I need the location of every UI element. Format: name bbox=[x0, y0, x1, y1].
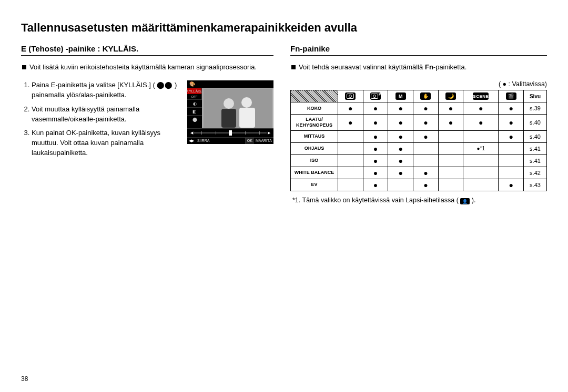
lcd-side-icon-1: ◐ bbox=[187, 99, 202, 107]
dis-mode-icon: ✋ bbox=[420, 92, 431, 100]
page-number: 38 bbox=[21, 375, 28, 383]
lcd-footer: ◀▶ SIIRRÄ OK MÄÄRITÄ bbox=[187, 137, 273, 144]
child-mode-icon: 👤 bbox=[460, 198, 470, 204]
col-mode-manual: M bbox=[388, 90, 413, 102]
scene-mode-icon: SCENE bbox=[473, 92, 489, 100]
program-mode-icon: P bbox=[370, 92, 381, 100]
lcd-preview-image bbox=[202, 88, 273, 128]
table-row: KOKO ● ● ● ● ● ● ● s.39 bbox=[291, 102, 547, 115]
svg-point-1 bbox=[224, 98, 234, 109]
section-fn: Fn-painike Voit tehdä seuraavat valinnat… bbox=[290, 44, 547, 204]
movie-mode-icon: 🎬 bbox=[506, 92, 516, 100]
lcd-slider: ◀ ▶ bbox=[187, 128, 273, 137]
step-2: Voit muuttaa kylläisyyttä painamalla vas… bbox=[32, 105, 179, 125]
table-row: LAATU/ KEHYSNOPEUS ● ● ● ● ● ● ● s.40 bbox=[291, 115, 547, 131]
row-koko: KOKO bbox=[291, 102, 338, 115]
table-row: ISO ● ● s.41 bbox=[291, 154, 547, 167]
table-legend: ( ● : Valittavissa) bbox=[290, 80, 547, 88]
fn-table: P M ✋ 🌙 SCENE 🎬 Sivu KOKO ● ● ● ● ● bbox=[290, 90, 547, 191]
lcd-top-icon: 🎨 bbox=[187, 80, 273, 88]
row-mittaus: MITTAUS bbox=[291, 130, 338, 142]
table-corner bbox=[291, 90, 338, 102]
row-laatu: LAATU/ KEHYSNOPEUS bbox=[291, 115, 338, 131]
lcd-side-icon-2: ◧ bbox=[187, 107, 202, 115]
col-mode-movie: 🎬 bbox=[499, 90, 524, 102]
svg-rect-0 bbox=[204, 89, 272, 128]
content-columns: E (Tehoste) -painike : KYLLÄIS. Voit lis… bbox=[21, 44, 547, 204]
fn-table-body: KOKO ● ● ● ● ● ● ● s.39 LAATU/ KEHYSNOPE… bbox=[291, 102, 547, 191]
camera-lcd-mock: 🎨 KYLLÄIS. OFF ◐ ◧ ⬤ bbox=[187, 80, 273, 144]
table-row: OHJAUS ● ● ●*1 s.41 bbox=[291, 142, 547, 154]
col-mode-dis: ✋ bbox=[413, 90, 439, 102]
svg-point-2 bbox=[241, 97, 252, 108]
step-3: Kun painat OK-painiketta, kuvan kylläisy… bbox=[32, 128, 179, 158]
lcd-selected-label: KYLLÄIS. bbox=[187, 88, 202, 94]
lcd-off-label: OFF bbox=[187, 94, 202, 99]
lcd-move-label: SIIRRÄ bbox=[196, 138, 211, 144]
couple-photo-placeholder bbox=[204, 89, 272, 128]
auto-mode-icon bbox=[345, 92, 356, 100]
lcd-ok-icon: OK bbox=[245, 138, 254, 144]
lcd-arrows-icon: ◀▶ bbox=[187, 138, 196, 144]
manual-mode-icon: M bbox=[395, 92, 406, 100]
col-mode-auto bbox=[338, 90, 363, 102]
table-row: EV ● ● ● s.43 bbox=[291, 179, 547, 191]
lcd-side-icon-3: ⬤ bbox=[187, 115, 202, 123]
effect-steps: Paina E-painiketta ja valitse [KYLLÄIS.]… bbox=[21, 80, 179, 162]
fn-footnote: *1. Tämä valikko on käytettävissä vain L… bbox=[292, 197, 547, 204]
table-row: MITTAUS ● ● ● ● s.40 bbox=[291, 130, 547, 142]
row-ev: EV bbox=[291, 179, 338, 191]
fn-heading: Fn-painike bbox=[290, 44, 547, 56]
col-mode-night: 🌙 bbox=[438, 90, 463, 102]
night-mode-icon: 🌙 bbox=[445, 92, 456, 100]
bullet-icon bbox=[22, 65, 26, 69]
section-effect: E (Tehoste) -painike : KYLLÄIS. Voit lis… bbox=[21, 44, 273, 204]
row-iso: ISO bbox=[291, 154, 338, 167]
effect-intro: Voit lisätä kuviin erikoistehosteita käy… bbox=[22, 63, 273, 71]
col-mode-program: P bbox=[363, 90, 388, 102]
lcd-set-label: MÄÄRITÄ bbox=[254, 138, 273, 144]
row-ohjaus: OHJAUS bbox=[291, 142, 338, 154]
fn-intro: Voit tehdä seuraavat valinnat käyttämäll… bbox=[291, 63, 547, 71]
col-page: Sivu bbox=[524, 90, 547, 102]
step-1: Paina E-painiketta ja valitse [KYLLÄIS.]… bbox=[32, 80, 179, 100]
col-mode-scene: SCENE bbox=[463, 90, 499, 102]
svg-rect-3 bbox=[221, 109, 236, 128]
table-row: WHITE BALANCE ● ● ● s.42 bbox=[291, 167, 547, 179]
effect-heading: E (Tehoste) -painike : KYLLÄIS. bbox=[21, 44, 273, 56]
page-title: Tallennusasetusten määrittäminenkamerapa… bbox=[21, 21, 547, 35]
row-wb: WHITE BALANCE bbox=[291, 167, 338, 179]
svg-rect-4 bbox=[239, 108, 255, 128]
bullet-icon bbox=[291, 65, 296, 69]
